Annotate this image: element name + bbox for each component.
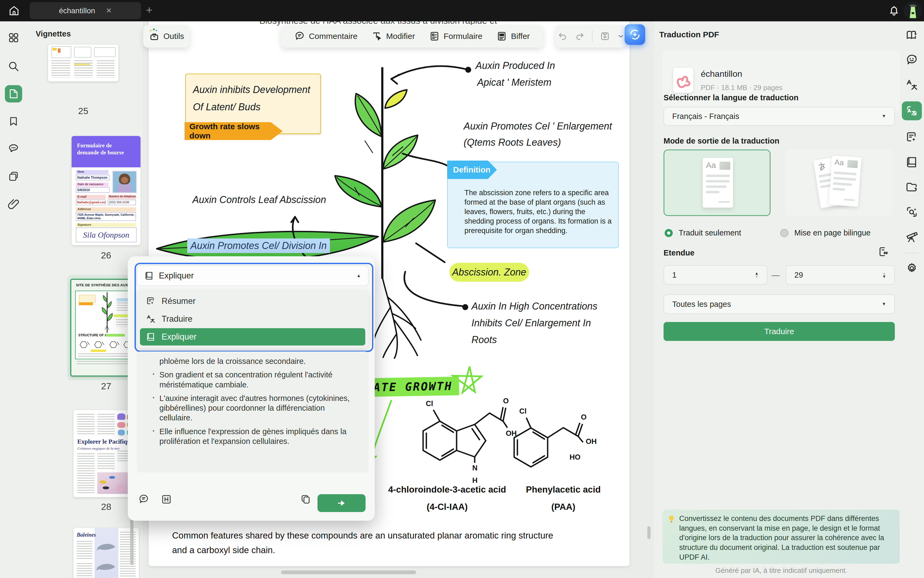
- file-card: échantillon PDF · 18.1 MB · 29 pages: [662, 50, 900, 113]
- summarize-icon: [146, 296, 155, 306]
- mini-field-label: Nom: [76, 170, 108, 174]
- tab-close-icon[interactable]: ✕: [106, 6, 112, 15]
- comment-icon: [294, 31, 305, 42]
- radio-bilingual[interactable]: Mise en page bilingue: [780, 229, 871, 237]
- radio-translated-only[interactable]: Traduit seulement: [665, 229, 741, 237]
- atom-label: Cl: [519, 407, 527, 416]
- outils-button[interactable]: Outils: [143, 25, 190, 47]
- notification-bell-icon[interactable]: [888, 4, 900, 17]
- annotation-high-3: Roots: [471, 334, 497, 346]
- translate-text-icon[interactable]: [903, 77, 921, 93]
- toolbar-modifier[interactable]: Modifier: [372, 31, 415, 42]
- thumbnail-page-29[interactable]: Baleines: [73, 528, 139, 578]
- folder-ai-icon[interactable]: [903, 179, 921, 195]
- history-toolbar: [555, 25, 626, 47]
- save-chevron-down-icon[interactable]: [617, 33, 625, 40]
- range-from-input[interactable]: 1 ▲ ▼: [663, 265, 767, 285]
- pages-select[interactable]: Toutes les pages ▼: [663, 294, 895, 314]
- menu-item-expliquer[interactable]: Expliquer: [140, 328, 365, 346]
- hiragana-a-icon: [816, 160, 829, 173]
- translate-button[interactable]: Traduire: [663, 322, 895, 341]
- mini-signature: Sila Ofonpson: [83, 231, 129, 240]
- mini-field-label: Numéro de téléphone: [108, 195, 136, 199]
- toolbar-commentaire[interactable]: Commentaire: [294, 31, 358, 42]
- thumbnail-page-26[interactable]: Formulaire de demande de bourse Nom Nath…: [71, 136, 141, 245]
- mini-page-title: Baleines: [77, 532, 96, 538]
- home-icon[interactable]: [8, 5, 20, 17]
- spin-down-icon[interactable]: ▼: [882, 275, 886, 278]
- ocr-search-icon[interactable]: [903, 204, 921, 220]
- bookmark-icon[interactable]: [5, 113, 22, 130]
- ai-chat-icon[interactable]: [903, 52, 921, 68]
- ai-swirl-icon: [628, 28, 642, 42]
- top-bar: échantillon ✕ +: [0, 0, 924, 21]
- thumbnails-title: Vignettes: [36, 29, 71, 38]
- caret-up-icon: ▲: [356, 273, 361, 278]
- popup-frame-icon[interactable]: [161, 494, 172, 505]
- language-select[interactable]: Français - Français ▼: [663, 107, 895, 126]
- vertical-scrollbar[interactable]: [647, 526, 651, 539]
- popup-comment-icon[interactable]: [138, 494, 149, 505]
- user-avatar[interactable]: [903, 2, 922, 21]
- atom-label: OH: [586, 437, 597, 446]
- tip-text: Convertissez le contenu des documents PD…: [679, 514, 893, 562]
- menu-item-resumer[interactable]: Résumer: [140, 292, 365, 310]
- thumbnail-page-25[interactable]: [48, 45, 118, 81]
- ai-tip-box: Convertissez le contenu des documents PD…: [662, 510, 900, 564]
- summarize-icon[interactable]: [903, 130, 921, 145]
- pages-icon[interactable]: [5, 168, 22, 185]
- range-label: Etendue: [663, 248, 694, 257]
- attachment-icon[interactable]: [5, 195, 22, 213]
- file-name: échantillon: [701, 69, 742, 79]
- send-button[interactable]: [317, 494, 366, 512]
- book-icon[interactable]: [903, 154, 921, 170]
- growth-rate-tag: Growth rate slows down: [184, 122, 283, 140]
- document-tab[interactable]: échantillon ✕: [30, 2, 141, 19]
- page-range-icon[interactable]: [877, 246, 889, 258]
- save-icon[interactable]: [600, 31, 610, 42]
- undo-icon[interactable]: [557, 31, 568, 41]
- comments-icon[interactable]: [5, 140, 22, 157]
- mini-field-value: 7425 Avenue Maple, Sunnyvale, Californie…: [76, 212, 136, 221]
- toolbar-biffer[interactable]: Biffer: [496, 31, 529, 42]
- annotation-promotes-2: (Qtems Roots Leaves): [464, 137, 561, 148]
- popup-copy-icon[interactable]: [300, 494, 312, 505]
- new-tab-button[interactable]: +: [146, 4, 153, 17]
- chem2-abbr: (PAA): [509, 502, 617, 512]
- panel-title: Traduction PDF: [659, 30, 719, 39]
- response-bullet: Son gradient et sa concentration régulen…: [159, 370, 358, 390]
- left-sidebar: [0, 21, 27, 578]
- book-icon: [146, 332, 155, 342]
- action-selector-value: Expliquer: [159, 271, 351, 281]
- range-to-input[interactable]: 29 ▲ ▼: [786, 265, 895, 285]
- atom-label: O: [503, 397, 509, 405]
- reader-ai-icon[interactable]: [903, 27, 921, 43]
- search-icon[interactable]: [5, 58, 22, 75]
- redo-icon[interactable]: [574, 31, 585, 41]
- thumbnails-scrollbar[interactable]: [130, 518, 133, 565]
- mode-card-translated-only[interactable]: Aa: [663, 149, 770, 216]
- mode-card-bilingual[interactable]: Aa: [785, 149, 892, 216]
- thumbnails-panel-icon[interactable]: [5, 85, 22, 102]
- action-selector[interactable]: Expliquer ▲: [137, 265, 369, 286]
- chem2-name: Phenylacetic acid: [509, 484, 617, 495]
- spin-down-icon[interactable]: ▼: [755, 275, 759, 278]
- translate-pdf-icon-active[interactable]: [902, 101, 922, 120]
- annotation-high-1: Auxin In High Concentrations: [471, 300, 597, 312]
- horizontal-scrollbar[interactable]: [281, 570, 416, 574]
- chem1-abbr: (4-Cl-IAA): [377, 502, 517, 512]
- ai-response-text: phloème lors de la croissance secondaire…: [137, 351, 369, 472]
- telescope-icon[interactable]: [903, 229, 921, 245]
- annotation-produced-2: Apicat ' Meristem: [477, 77, 552, 88]
- selected-text[interactable]: Auxin Promotes Cel/ Division In: [187, 239, 330, 253]
- ai-assistant-button[interactable]: [625, 24, 645, 45]
- annotation-produced-1: Auxin Produced In: [476, 60, 555, 71]
- toolbar-formulaire[interactable]: Formulaire: [429, 31, 482, 42]
- right-sidebar: [900, 21, 924, 578]
- definition-body: The abscission zone refers to a specific…: [464, 188, 616, 235]
- lightbulb-icon: [667, 515, 676, 524]
- menu-item-traduire[interactable]: Traduire: [140, 310, 365, 328]
- settings-gear-icon[interactable]: [903, 260, 921, 276]
- thumbnails-panel: Vignettes 25 Formulaire de demande de bo…: [27, 21, 144, 578]
- grid-view-icon[interactable]: [5, 29, 22, 46]
